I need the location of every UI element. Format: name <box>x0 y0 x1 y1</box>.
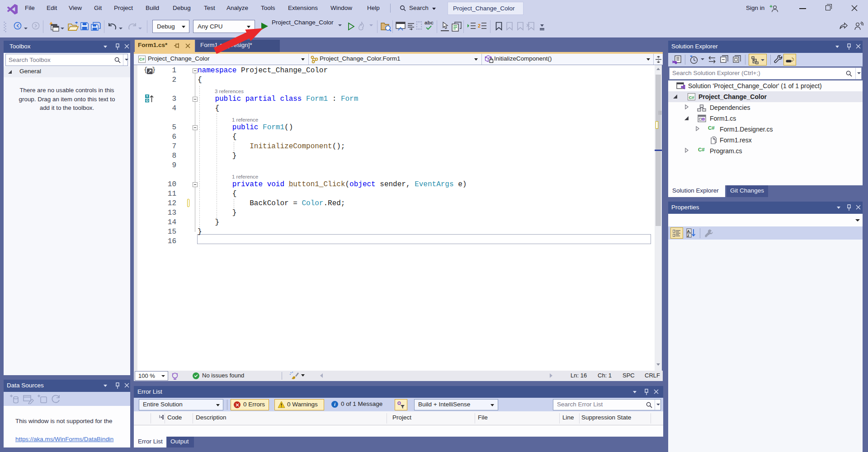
svg-text:Z: Z <box>687 234 689 238</box>
svg-text:A: A <box>687 229 690 233</box>
svg-text:2: 2 <box>478 23 481 28</box>
